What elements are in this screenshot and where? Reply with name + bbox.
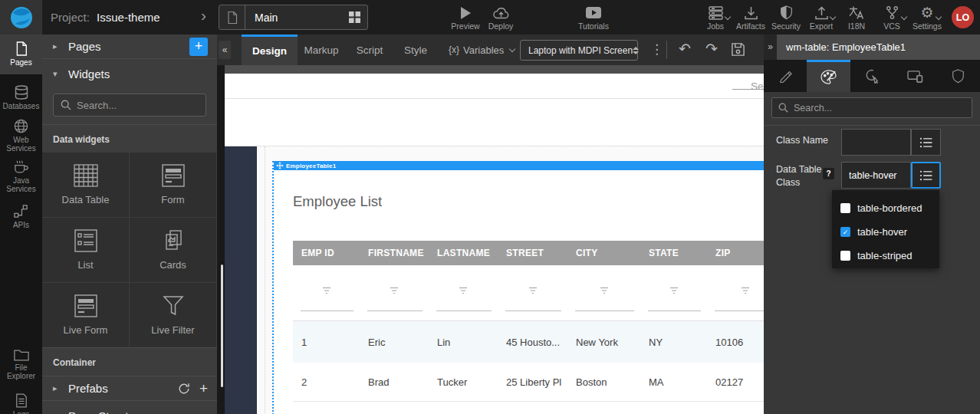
tab-styles[interactable] [807, 60, 850, 92]
variables-button[interactable]: {x} Variables [449, 34, 515, 65]
data-table-widget-body: Employee List EMP ID FIRSTNAME LASTNAME … [274, 170, 764, 414]
column-header[interactable]: CITY [567, 241, 640, 265]
redo-button[interactable]: ↷ [705, 34, 718, 65]
refresh-icon[interactable] [178, 383, 190, 395]
page-structure-section-header[interactable]: ▸ Page Structure [42, 401, 217, 414]
prefabs-section-header[interactable]: ▸ Prefabs + [42, 376, 217, 401]
add-page-button[interactable]: + [189, 38, 208, 56]
table-row[interactable]: 2 Brad Tucker 25 Liberty Pl Boston MA 02… [293, 363, 764, 402]
rail-item-file-explorer[interactable]: File Explorer [0, 345, 42, 383]
tab-events[interactable] [850, 60, 893, 92]
tab-style[interactable]: Style [394, 34, 437, 65]
click-event-icon [864, 68, 880, 84]
filter-input[interactable] [505, 310, 561, 311]
rail-item-databases[interactable]: Databases [0, 79, 42, 117]
tutorials-button[interactable]: Tutorials [574, 5, 613, 34]
chevron-down-icon [829, 14, 835, 20]
table-row[interactable]: 1 Eric Lin 45 Housto... New York NY 1010… [293, 321, 764, 363]
widget-tile-form[interactable]: Form [130, 153, 216, 217]
widgets-search-input[interactable] [77, 100, 199, 111]
filter-icon[interactable] [390, 287, 400, 295]
vcs-button[interactable]: VCS [874, 5, 909, 34]
top-bar: Project: Issue-theme › Main Preview Depl… [0, 0, 980, 34]
preview-button[interactable]: Preview [448, 5, 483, 34]
add-prefab-button[interactable]: + [199, 380, 208, 397]
rail-item-web-services[interactable]: Web Services [0, 117, 42, 155]
class-name-input[interactable] [841, 129, 911, 156]
deploy-button[interactable]: Deploy [483, 5, 518, 34]
checkbox-checked[interactable]: ✓ [840, 227, 850, 237]
employee-table-widget[interactable]: EmployeeTable1 Employee List EMP ID FIRS… [272, 161, 764, 414]
filter-input[interactable] [648, 310, 701, 311]
wavemaker-logo[interactable] [0, 0, 42, 34]
device-selector[interactable]: Laptop with MDPI Screen [520, 40, 638, 61]
filter-input[interactable] [436, 310, 492, 311]
undo-button[interactable]: ↶ [679, 34, 691, 65]
class-name-list-button[interactable] [911, 129, 941, 156]
pages-section-header[interactable]: ▸ Pages + [42, 34, 217, 59]
widget-tile-cards[interactable]: Cards [130, 218, 216, 282]
project-label: Project: [51, 11, 90, 24]
preview-search-label[interactable]: Search [751, 74, 764, 99]
rail-item-pages[interactable]: Pages [0, 34, 42, 74]
expand-panel-button[interactable]: » [764, 34, 777, 60]
filter-icon[interactable] [599, 287, 609, 295]
artifacts-button[interactable]: Artifacts [733, 5, 768, 34]
data-table-class-list-button[interactable] [911, 162, 941, 189]
i18n-button[interactable]: I18N [839, 5, 874, 34]
dropdown-option-table-hover[interactable]: ✓ table-hover [832, 220, 939, 244]
properties-search[interactable] [771, 97, 972, 118]
widget-tile-live-form[interactable]: Live Form [42, 283, 129, 347]
help-badge[interactable]: ? [823, 168, 834, 179]
tab-script[interactable]: Script [345, 34, 394, 65]
column-header[interactable]: LASTNAME [429, 241, 498, 265]
properties-search-input[interactable] [794, 103, 955, 113]
data-table-class-input[interactable] [841, 162, 911, 189]
filter-icon[interactable] [321, 287, 331, 295]
tab-security[interactable] [937, 60, 980, 92]
dropdown-option-table-striped[interactable]: table-striped [832, 244, 939, 268]
widget-selection-label[interactable]: EmployeeTable1 [274, 161, 764, 170]
column-header[interactable]: ZIP [707, 241, 764, 265]
more-options-button[interactable]: ⋮ [650, 34, 663, 65]
left-panel-scrollbar[interactable] [221, 264, 223, 387]
widget-tile-data-table[interactable]: Data Table [42, 153, 129, 217]
rail-item-logs[interactable]: Logs [0, 387, 42, 414]
tab-markup[interactable]: Markup [298, 34, 345, 65]
tab-properties[interactable] [764, 60, 807, 92]
filter-icon[interactable] [528, 287, 538, 295]
column-header[interactable]: EMP ID [293, 241, 360, 265]
collapse-left-panel-button[interactable]: « [219, 41, 231, 59]
widgets-section-header[interactable]: ▾ Widgets [42, 59, 217, 88]
filter-icon[interactable] [741, 287, 751, 295]
column-header[interactable]: FIRSTNAME [360, 241, 429, 265]
tab-design[interactable]: Design [242, 34, 298, 65]
filter-input[interactable] [575, 310, 634, 311]
filter-icon[interactable] [459, 287, 469, 295]
dropdown-option-table-bordered[interactable]: table-bordered [832, 196, 939, 220]
widgets-search[interactable] [53, 94, 206, 117]
user-avatar[interactable]: LO [952, 6, 974, 28]
rail-item-apis[interactable]: APIs [0, 198, 42, 236]
filter-icon[interactable] [669, 287, 679, 295]
page-tab-main[interactable]: Main [219, 5, 368, 30]
column-header[interactable]: STREET [498, 241, 567, 265]
checkbox-unchecked[interactable] [840, 203, 850, 213]
column-header[interactable]: STATE [640, 241, 707, 265]
filter-input[interactable] [715, 310, 764, 311]
widget-tile-list[interactable]: List [42, 218, 129, 282]
rail-item-java-services[interactable]: Java Services [0, 157, 42, 196]
chevron-right-icon[interactable]: › [201, 6, 206, 25]
tab-devices[interactable] [893, 60, 936, 92]
checkbox-unchecked[interactable] [840, 251, 850, 261]
filter-input[interactable] [367, 310, 423, 311]
save-button[interactable] [731, 42, 745, 57]
filter-input[interactable] [301, 310, 354, 311]
security-button[interactable]: Security [768, 5, 804, 34]
jobs-button[interactable]: Jobs [698, 5, 733, 34]
widget-tile-live-filter[interactable]: Live Filter [130, 283, 216, 347]
gear-icon: ⚙ [920, 4, 933, 21]
settings-button[interactable]: ⚙ Settings [909, 5, 945, 34]
pages-grid-icon[interactable] [349, 12, 360, 23]
export-button[interactable]: Export [804, 5, 839, 34]
